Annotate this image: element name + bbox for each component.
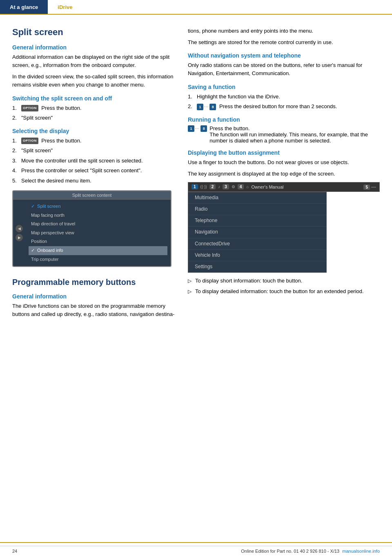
saving-step-1: 1. Highlight the function via the iDrive… xyxy=(188,93,380,101)
run-icon-dots: ··· xyxy=(195,126,200,131)
num-icon-dots: ··· xyxy=(204,104,209,110)
wifi-icon: ((·)) xyxy=(200,185,207,189)
switch-step-1: 1. OPTION Press the button. xyxy=(12,104,176,112)
running-heading: Running a function xyxy=(188,116,380,123)
switching-steps: 1. OPTION Press the button. 2. "Split sc… xyxy=(12,104,176,122)
general-info-p2: In the divided screen view, the so-calle… xyxy=(12,73,176,89)
assign-menu-telephone: Telephone xyxy=(188,215,326,227)
switching-heading: Switching the split screen on and off xyxy=(12,95,176,102)
owners-manual-label: Owner's Manual xyxy=(251,185,283,189)
displaying-heading: Displaying the button assignment xyxy=(188,149,380,156)
menu-item-0: ✓ Split screen xyxy=(29,202,167,211)
bullet-2: ▷ To display detailed information: touch… xyxy=(188,287,380,296)
assignment-bar: 1 ((·)) 2 ♪ 3 ⚙ 4 ⌂ Owner's Manual 5 — xyxy=(188,182,380,192)
option-button-icon: OPTION xyxy=(21,105,38,111)
select-step-5: 5. Select the desired menu item. xyxy=(12,177,176,185)
tab-idrive[interactable]: iDrive xyxy=(48,0,82,14)
prog-title: Programmable memory buttons xyxy=(12,277,176,287)
right-p1: tions, phone numbers and entry points in… xyxy=(188,27,380,35)
footer-copyright: Online Edition for Part no. 01 40 2 926 … xyxy=(241,549,380,554)
gear-icon: ⚙ xyxy=(232,185,235,189)
main-content: Split screen General information Additio… xyxy=(0,15,392,326)
menu-item-2: Map direction of travel xyxy=(29,220,167,229)
select-step-3: 3. Move the controller until the split s… xyxy=(12,157,176,165)
screen-title-bar: Split screen content xyxy=(13,191,171,200)
num-icon-1: 1 xyxy=(197,104,203,110)
displaying-p2: The key assignment is displayed at the t… xyxy=(188,170,380,178)
right-p2: The settings are stored for the remote c… xyxy=(188,38,380,47)
menu-item-4: Position xyxy=(29,237,167,246)
prog-general-heading: General information xyxy=(12,293,176,300)
assignment-menu: Multimedia Radio Telephone Navigation Co… xyxy=(188,192,327,273)
menu-item-6: Trip computer xyxy=(29,255,167,264)
running-block: 1 ··· 8 Press the button. The function w… xyxy=(188,125,380,144)
bullet-points: ▷ To display short information: touch th… xyxy=(188,277,380,295)
assign-menu-settings: Settings xyxy=(188,261,326,272)
saving-steps: 1. Highlight the function via the iDrive… xyxy=(188,93,380,111)
saving-heading: Saving a function xyxy=(188,84,380,90)
option-button-icon-2: OPTION xyxy=(21,138,38,144)
assignment-btn-1: 1 xyxy=(192,184,198,189)
assign-menu-navigation: Navigation xyxy=(188,227,326,238)
switch-step-2: 2. "Split screen" xyxy=(12,114,176,122)
page-number: 24 xyxy=(12,549,17,554)
menu-item-5: ✓ Onboard info xyxy=(29,246,167,255)
assign-menu-vehicle-info: Vehicle Info xyxy=(188,250,326,261)
num-icon-8: 8 xyxy=(209,104,216,110)
screen-menu: ✓ Split screen Map facing north Map dire… xyxy=(25,200,171,266)
header-tabs: At a glance iDrive xyxy=(0,0,392,15)
screen-body: ◀ ▶ ✓ Split screen Map facing north Map … xyxy=(13,200,171,266)
run-icon-1: 1 xyxy=(188,125,194,132)
assign-menu-connecteddrive: ConnectedDrive xyxy=(188,238,326,250)
menu-item-3: Map perspective view xyxy=(29,229,167,238)
home-icon: ⌂ xyxy=(246,185,249,189)
tab-at-a-glance[interactable]: At a glance xyxy=(0,0,48,14)
selecting-heading: Selecting the display xyxy=(12,128,176,134)
num-icon-container: 1 ··· 8 xyxy=(197,104,216,110)
run-icon-wrap: 1 ··· 8 xyxy=(188,125,207,132)
screen-mockup: Split screen content ◀ ▶ ✓ Split screen … xyxy=(12,190,172,267)
music-icon: ♪ xyxy=(218,185,220,189)
saving-step-2: 2. 1 ··· 8 Press the desired button for … xyxy=(188,102,380,111)
nav-right-arrow: ▶ xyxy=(16,234,23,241)
select-step-2: 2. "Split screen" xyxy=(12,147,176,155)
page-footer: 24 Online Edition for Part no. 01 40 2 9… xyxy=(0,546,392,556)
right-column: tions, phone numbers and entry points in… xyxy=(184,23,392,326)
assign-menu-multimedia: Multimedia xyxy=(188,192,326,204)
page-title: Split screen xyxy=(12,27,176,38)
menu-item-1: Map facing north xyxy=(29,211,167,220)
assignment-btn-2: 2 xyxy=(209,184,216,189)
select-step-4: 4. Press the controller or select "Split… xyxy=(12,167,176,175)
footer-line xyxy=(0,542,392,543)
screen-left-controls: ◀ ▶ xyxy=(13,200,25,266)
general-info-p1: Additional information can be displayed … xyxy=(12,53,176,69)
select-step-1: 1. OPTION Press the button. xyxy=(12,137,176,145)
left-column: Split screen General information Additio… xyxy=(0,23,184,326)
bullet-1: ▷ To display short information: touch th… xyxy=(188,277,380,285)
without-nav-p1: Only radio stations can be stored on the… xyxy=(188,61,380,78)
general-info-heading: General information xyxy=(12,44,176,51)
assignment-btn-3: 3 xyxy=(223,184,229,189)
assignment-btn-5: 5 xyxy=(363,185,370,190)
without-nav-heading: Without navigation system and telephone xyxy=(188,52,380,59)
assign-menu-radio: Radio xyxy=(188,204,326,215)
footer-site: manualsonline.info xyxy=(342,549,380,554)
displaying-p1: Use a finger to touch the buttons. Do no… xyxy=(188,158,380,167)
nav-left-arrow: ◀ xyxy=(16,225,23,232)
run-icon-8: 8 xyxy=(200,125,207,132)
selecting-steps: 1. OPTION Press the button. 2. "Split sc… xyxy=(12,137,176,185)
assignment-btn-4: 4 xyxy=(238,184,244,189)
prog-general-p1: The iDrive functions can be stored on th… xyxy=(12,302,176,318)
